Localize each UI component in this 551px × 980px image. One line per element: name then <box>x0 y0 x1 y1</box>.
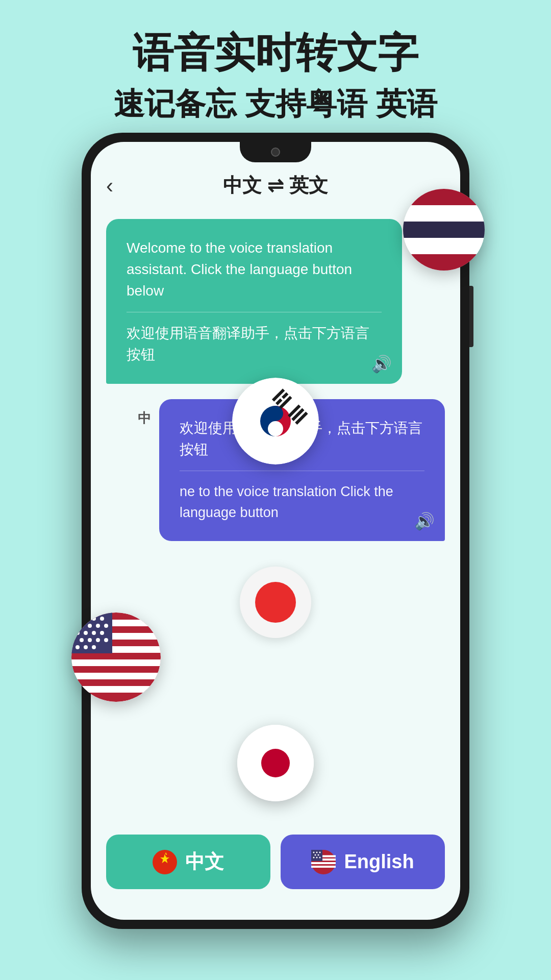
thailand-flag-icon <box>403 189 485 271</box>
camera-dot <box>271 148 280 157</box>
svg-rect-41 <box>71 659 161 666</box>
phone-screen: ‹ 中文 ⇌ 英文 Welcome to the voice translati… <box>91 142 460 920</box>
phone-wrapper: ‹ 中文 ⇌ 英文 Welcome to the voice translati… <box>82 133 469 929</box>
svg-point-55 <box>92 631 96 635</box>
svg-rect-23 <box>403 205 485 222</box>
chinese-lang-label: 中文 <box>185 849 224 875</box>
bubble-purple-en-text: ne to the voice translation Click the la… <box>180 481 424 523</box>
bubble-green: Welcome to the voice translation assista… <box>106 219 402 384</box>
svg-point-58 <box>88 638 92 642</box>
svg-point-56 <box>100 631 104 635</box>
svg-rect-42 <box>71 673 161 679</box>
cn-badge: 中 <box>138 409 151 427</box>
phone-notch <box>240 142 311 162</box>
svg-point-15 <box>315 854 316 855</box>
svg-point-13 <box>316 851 318 853</box>
english-lang-button[interactable]: English <box>281 835 445 889</box>
svg-point-53 <box>76 631 80 635</box>
svg-point-12 <box>313 851 315 853</box>
banner-title: 语音实时转文字 <box>41 31 510 76</box>
svg-point-54 <box>84 631 88 635</box>
svg-point-60 <box>104 638 108 642</box>
volume-button <box>469 286 473 347</box>
header-title: 中文 ⇌ 英文 <box>223 173 328 199</box>
svg-point-19 <box>319 856 321 858</box>
svg-point-59 <box>96 638 100 642</box>
svg-rect-10 <box>311 866 336 868</box>
korea-flag-icon <box>232 378 319 464</box>
svg-point-51 <box>96 624 100 628</box>
record-button[interactable] <box>240 567 311 638</box>
svg-point-61 <box>76 645 80 649</box>
svg-point-0 <box>153 850 177 874</box>
svg-point-57 <box>80 638 84 642</box>
japan-flag-icon <box>237 725 314 801</box>
svg-point-14 <box>319 851 321 853</box>
chinese-lang-button[interactable]: 中文 <box>106 835 270 889</box>
china-flag-icon <box>153 850 177 874</box>
svg-rect-11 <box>311 850 322 861</box>
bubble-green-divider <box>127 312 382 312</box>
svg-point-50 <box>88 624 92 628</box>
svg-point-45 <box>76 617 80 621</box>
svg-rect-25 <box>403 238 485 254</box>
record-dot-icon <box>255 582 296 623</box>
svg-point-63 <box>92 645 96 649</box>
speaker-icon-green[interactable]: 🔊 <box>371 354 392 374</box>
speaker-icon-purple[interactable]: 🔊 <box>414 511 435 531</box>
svg-rect-24 <box>403 222 485 238</box>
svg-point-52 <box>104 624 108 628</box>
svg-point-17 <box>313 856 315 858</box>
banner-subtitle: 速记备忘 支持粤语 英语 <box>41 86 510 122</box>
svg-point-16 <box>318 854 319 855</box>
back-button[interactable]: ‹ <box>106 174 113 198</box>
svg-point-18 <box>316 856 318 858</box>
usa-flag-icon <box>311 850 336 874</box>
svg-point-48 <box>100 617 104 621</box>
lang-buttons: 中文 <box>106 835 445 889</box>
svg-rect-9 <box>311 862 336 864</box>
svg-point-62 <box>84 645 88 649</box>
top-banner: 语音实时转文字 速记备忘 支持粤语 英语 <box>0 0 551 143</box>
usa-flag-float-icon <box>71 612 161 702</box>
svg-point-65 <box>261 749 290 777</box>
english-lang-label: English <box>344 851 414 873</box>
bubble-purple-divider <box>180 471 424 471</box>
bubble-green-en-text: Welcome to the voice translation assista… <box>127 237 382 302</box>
bubble-green-cn-text: 欢迎使用语音翻译助手，点击下方语言按钮 <box>127 323 382 365</box>
